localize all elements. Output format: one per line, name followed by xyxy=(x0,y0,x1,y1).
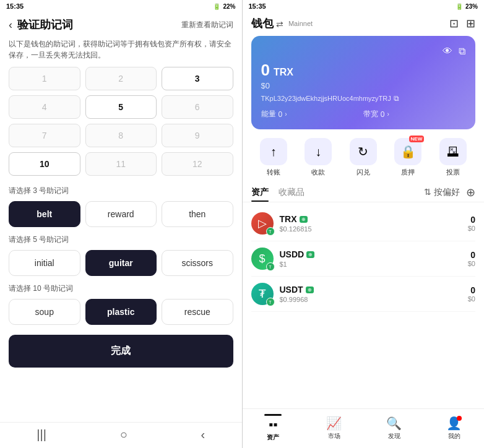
left-status-icons: 🔋 22% xyxy=(213,3,235,10)
usdd-logo: $ T xyxy=(251,248,274,270)
usdt-logo: ₮ T xyxy=(251,283,274,305)
swap-icon: ↻ xyxy=(350,138,377,165)
select-5-options: initial guitar scissors xyxy=(9,250,233,276)
usdt-usd: $0 xyxy=(468,295,475,303)
usdt-amount: 0 xyxy=(468,285,475,295)
left-header: ‹ 验证助记词 重新查看助记词 xyxy=(0,12,242,36)
left-status-bar: 15:35 🔋 22% xyxy=(0,0,242,12)
trx-amount: 0 xyxy=(468,215,475,225)
nav-profile[interactable]: 👤 我的 xyxy=(446,416,462,441)
discover-label: 发现 xyxy=(388,432,400,441)
action-vote[interactable]: 🗳 投票 xyxy=(439,138,467,177)
qr-icon[interactable]: ⊞ xyxy=(466,17,475,30)
usdd-info: USDD ⊕ $1 xyxy=(280,249,468,268)
usdt-badge: ⊕ xyxy=(306,286,314,293)
trx-price: $0.126815 xyxy=(280,225,468,233)
select-10-options: soup plastic rescue xyxy=(9,299,233,325)
mnemonic-cell-8: 8 xyxy=(85,124,157,147)
action-stake[interactable]: 🔒 NEW 质押 xyxy=(394,138,421,177)
mnemonic-cell-12: 12 xyxy=(162,152,233,176)
mnemonic-cell-11: 11 xyxy=(85,152,157,176)
balance-usd: $0 xyxy=(261,81,466,90)
right-header: 钱包 ⇄ Mainnet ⊡ ⊞ xyxy=(243,12,485,33)
option-then[interactable]: then xyxy=(162,201,233,227)
profile-label: 我的 xyxy=(448,432,460,441)
market-icon: 📈 xyxy=(326,416,342,431)
trx-network-badge: T xyxy=(266,227,275,236)
option-initial[interactable]: initial xyxy=(9,250,80,276)
asset-item-usdd[interactable]: $ T USDD ⊕ $1 0 $0 xyxy=(251,241,476,277)
usdd-usd: $0 xyxy=(468,260,475,267)
balance-amount: 0 TRX xyxy=(261,61,466,80)
mnemonic-cell-3: 3 xyxy=(162,67,233,90)
card-bottom: 能量 0 › 带宽 0 › xyxy=(261,109,466,119)
asset-item-trx[interactable]: ▷ T TRX ⊕ $0.126815 0 $0 xyxy=(251,206,476,241)
mnemonic-cell-4: 4 xyxy=(9,95,80,119)
trx-name: TRX xyxy=(280,214,297,224)
back-button[interactable]: ‹ xyxy=(9,19,12,32)
nav-back-icon[interactable]: ‹ xyxy=(201,428,205,442)
option-soup[interactable]: soup xyxy=(9,299,80,325)
usdd-amount: 0 xyxy=(468,250,475,260)
nav-market[interactable]: 📈 市场 xyxy=(326,416,342,441)
complete-button[interactable]: 完成 xyxy=(9,335,233,368)
trx-usd: $0 xyxy=(468,225,475,232)
action-receive[interactable]: ↓ 收款 xyxy=(305,138,332,177)
address-copy-icon[interactable]: ⧉ xyxy=(394,94,399,103)
mnemonic-cell-7: 7 xyxy=(9,124,80,147)
eye-icon[interactable]: 👁 xyxy=(443,46,452,57)
description: 以下是钱包的助记词，获得助记词等于拥有钱包资产所有权，请安全保存，一旦丢失将无法… xyxy=(0,36,242,67)
mnemonic-cell-2: 2 xyxy=(85,67,157,90)
right-status-icons: 🔋 23% xyxy=(456,3,478,10)
profile-badge xyxy=(457,416,462,421)
select-10-label: 请选择 10 号助记词 xyxy=(9,283,233,294)
bandwidth-stat: 带宽 0 › xyxy=(363,109,465,119)
usdd-badge: ⊕ xyxy=(306,251,314,258)
option-belt[interactable]: belt xyxy=(9,201,80,227)
option-scissors[interactable]: scissors xyxy=(162,250,233,276)
usdd-network-badge: T xyxy=(266,262,275,271)
trx-balance: 0 $0 xyxy=(468,215,475,232)
action-swap[interactable]: ↻ 闪兑 xyxy=(350,138,377,177)
asset-item-usdt[interactable]: ₮ T USDT ⊕ $0.99968 0 $0 xyxy=(251,277,476,312)
option-rescue[interactable]: rescue xyxy=(162,299,233,325)
mnemonic-cell-1: 1 xyxy=(9,67,80,90)
select-3-section: 请选择 3 号助记词 belt reward then xyxy=(0,182,242,231)
right-bottom-nav: ▪▪ 资产 📈 市场 🔍 发现 👤 我的 xyxy=(243,408,485,448)
usdt-balance: 0 $0 xyxy=(468,285,475,303)
profile-icon: 👤 xyxy=(446,416,462,431)
option-plastic[interactable]: plastic xyxy=(85,299,157,325)
option-guitar[interactable]: guitar xyxy=(85,250,157,276)
nav-circle-icon[interactable]: ○ xyxy=(120,428,127,442)
left-time: 15:35 xyxy=(6,2,24,10)
sort-icon[interactable]: ⇅ 按偏好 xyxy=(424,187,460,198)
option-reward[interactable]: reward xyxy=(85,201,157,227)
new-badge: NEW xyxy=(409,136,425,142)
review-link[interactable]: 重新查看助记词 xyxy=(181,20,233,30)
energy-label: 能量 xyxy=(261,109,276,119)
nav-assets[interactable]: ▪▪ 资产 xyxy=(264,414,282,442)
bandwidth-label: 带宽 xyxy=(363,109,378,119)
assets-label: 资产 xyxy=(267,433,279,442)
action-transfer[interactable]: ↑ 转账 xyxy=(260,138,287,177)
nav-discover[interactable]: 🔍 发现 xyxy=(386,416,402,441)
tab-assets[interactable]: 资产 xyxy=(251,183,269,202)
usdt-info: USDT ⊕ $0.99968 xyxy=(280,285,468,303)
nav-home-icon[interactable]: ||| xyxy=(37,428,46,442)
left-nav-bar: ||| ○ ‹ xyxy=(0,422,242,448)
trx-badge: ⊕ xyxy=(300,216,308,223)
right-time: 15:35 xyxy=(249,2,266,10)
balance-card: 👁 ⧉ 0 TRX $0 TKpL32y23jdwEkhzjjsHRUoc4mh… xyxy=(251,36,476,129)
market-label: 市场 xyxy=(328,432,340,441)
tab-collectibles[interactable]: 收藏品 xyxy=(279,183,305,202)
copy-icon[interactable]: ⧉ xyxy=(459,46,465,57)
asset-tabs: 资产 收藏品 ⇅ 按偏好 ⊕ xyxy=(243,183,485,202)
usdt-price: $0.99968 xyxy=(280,296,468,303)
mnemonic-cell-10: 10 xyxy=(9,152,80,176)
mnemonic-grid: 1 2 3 4 5 6 7 8 9 10 11 12 xyxy=(0,67,242,182)
scan-icon[interactable]: ⊡ xyxy=(449,17,459,30)
wallet-address: TKpL32y23jdwEkhzjjsHRUoc4mhmyzyTRJ ⧉ xyxy=(261,94,466,103)
select-5-label: 请选择 5 号助记词 xyxy=(9,235,233,245)
add-asset-icon[interactable]: ⊕ xyxy=(466,186,475,199)
usdt-name: USDT xyxy=(280,285,303,295)
